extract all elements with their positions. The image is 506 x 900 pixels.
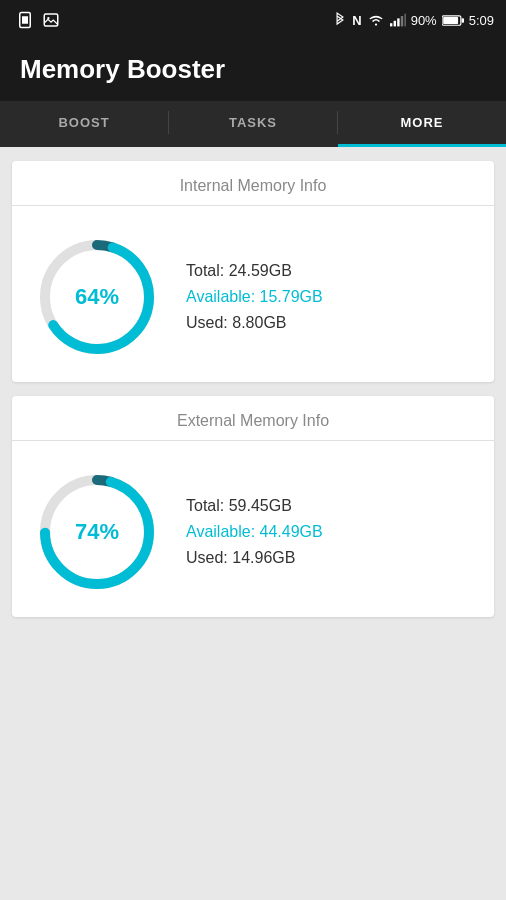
- tab-boost[interactable]: BOOST: [0, 101, 168, 144]
- svg-rect-12: [443, 16, 458, 23]
- nfc-icon: N: [352, 13, 361, 28]
- image-icon: [42, 11, 60, 29]
- external-memory-body: 74% Total: 59.45GB Available: 44.49GB Us…: [12, 457, 494, 597]
- svg-rect-7: [397, 18, 399, 26]
- bluetooth-icon: [333, 11, 347, 29]
- tab-bar: BOOST TASKS MORE: [0, 101, 506, 147]
- wifi-icon: [367, 13, 385, 27]
- svg-rect-9: [404, 14, 406, 27]
- svg-rect-11: [461, 18, 463, 23]
- svg-rect-6: [393, 21, 395, 27]
- internal-memory-stats: Total: 24.59GB Available: 15.79GB Used: …: [186, 262, 323, 332]
- time-display: 5:09: [469, 13, 494, 28]
- internal-total: Total: 24.59GB: [186, 262, 323, 280]
- external-memory-card: External Memory Info 74% Total: 59.45GB …: [12, 396, 494, 617]
- svg-rect-5: [390, 23, 392, 26]
- status-bar: N 90% 5:09: [0, 0, 506, 40]
- status-right-icons: N 90% 5:09: [333, 11, 494, 29]
- internal-memory-card: Internal Memory Info 64% Total: 24.59GB …: [12, 161, 494, 382]
- battery-text: 90%: [411, 13, 437, 28]
- external-percentage: 74%: [75, 519, 119, 545]
- svg-rect-2: [44, 14, 58, 26]
- external-total: Total: 59.45GB: [186, 497, 323, 515]
- tab-tasks[interactable]: TASKS: [169, 101, 337, 144]
- internal-memory-title: Internal Memory Info: [12, 161, 494, 206]
- internal-memory-ring: 64%: [32, 232, 162, 362]
- internal-percentage: 64%: [75, 284, 119, 310]
- main-content: Internal Memory Info 64% Total: 24.59GB …: [0, 147, 506, 631]
- internal-memory-body: 64% Total: 24.59GB Available: 15.79GB Us…: [12, 222, 494, 362]
- external-memory-ring: 74%: [32, 467, 162, 597]
- tab-more[interactable]: MORE: [338, 101, 506, 144]
- external-memory-title: External Memory Info: [12, 396, 494, 441]
- signal-icon: [390, 13, 406, 27]
- external-available: Available: 44.49GB: [186, 523, 323, 541]
- internal-available: Available: 15.79GB: [186, 288, 323, 306]
- svg-rect-1: [22, 16, 28, 24]
- status-bar-left-icons: [16, 11, 60, 29]
- external-used: Used: 14.96GB: [186, 549, 323, 567]
- app-title: Memory Booster: [20, 54, 225, 84]
- battery-icon: [442, 14, 464, 27]
- sim-icon: [16, 11, 34, 29]
- svg-rect-8: [400, 16, 402, 26]
- app-header: Memory Booster: [0, 40, 506, 101]
- external-memory-stats: Total: 59.45GB Available: 44.49GB Used: …: [186, 497, 323, 567]
- internal-used: Used: 8.80GB: [186, 314, 323, 332]
- svg-point-4: [375, 23, 377, 25]
